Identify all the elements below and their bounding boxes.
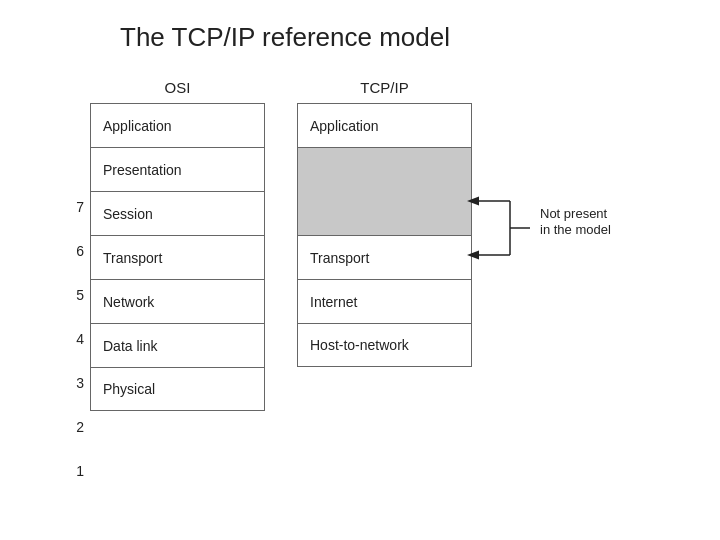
layer-numbers: 7 6 5 4 3 2 1 — [60, 109, 90, 493]
tcpip-cell-host: Host-to-network — [297, 323, 472, 367]
osi-cell-datalink: Data link — [90, 323, 265, 367]
osi-column: OSI Application Presentation Session Tra… — [90, 71, 265, 411]
layer-num-6: 6 — [60, 229, 90, 273]
tcpip-column: TCP/IP Application Transport Internet Ho… — [297, 71, 472, 411]
diagram: 7 6 5 4 3 2 1 OSI Application Presentati… — [0, 71, 720, 493]
layer-num-5: 5 — [60, 273, 90, 317]
tcpip-cell-application: Application — [297, 103, 472, 147]
tcpip-cell-physical-spacer — [297, 367, 472, 411]
layer-num-1: 1 — [60, 449, 90, 493]
tcpip-header: TCP/IP — [297, 71, 472, 103]
tcpip-cell-internet: Internet — [297, 279, 472, 323]
page-title: The TCP/IP reference model — [0, 0, 720, 71]
osi-cell-application: Application — [90, 103, 265, 147]
osi-cell-presentation: Presentation — [90, 147, 265, 191]
tcpip-cell-merged — [297, 147, 472, 235]
osi-cell-network: Network — [90, 279, 265, 323]
layer-num-2: 2 — [60, 405, 90, 449]
layer-num-4: 4 — [60, 317, 90, 361]
osi-header: OSI — [90, 71, 265, 103]
osi-cell-physical: Physical — [90, 367, 265, 411]
tcpip-cell-transport: Transport — [297, 235, 472, 279]
layer-num-3: 3 — [60, 361, 90, 405]
osi-cell-session: Session — [90, 191, 265, 235]
osi-cell-transport: Transport — [90, 235, 265, 279]
layer-num-7: 7 — [60, 185, 90, 229]
